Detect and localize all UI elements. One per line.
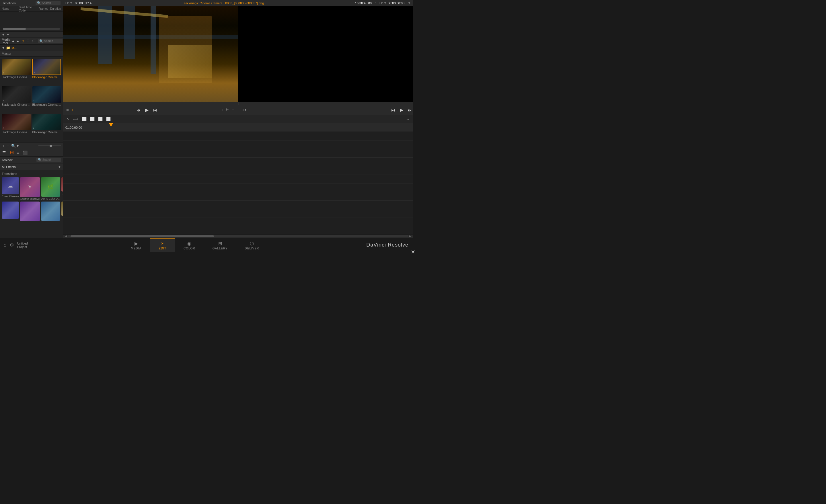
toolbox-header: Toolbox 🔍 [0, 156, 63, 164]
track-row-10 [63, 209, 413, 218]
tab-edit[interactable]: ✂ EDIT [150, 238, 175, 252]
tl-zoom-btn[interactable]: ↔ [405, 117, 411, 122]
bottom-nav: ⌂ ⚙ Untitled Project ▶ MEDIA ✂ EDIT ◉ CO… [0, 238, 413, 252]
music-note-5: ♪ [3, 126, 4, 129]
tab-gallery[interactable]: ⊞ GALLERY [204, 238, 236, 252]
mp-del-btn[interactable]: − [6, 144, 10, 148]
tl-select-tool[interactable]: ↖ [65, 117, 71, 122]
right-play-btn[interactable]: ▶ [399, 107, 404, 113]
mp-search[interactable]: 🔍 [38, 39, 63, 43]
folder-name[interactable]: M... [11, 46, 17, 50]
track-list2-icon[interactable]: ≡ [16, 150, 20, 156]
left-play-btn[interactable]: ▶ [144, 107, 150, 113]
effect-center-wipe[interactable]: ◷ Center Wipe [61, 177, 63, 200]
tab-deliver[interactable]: ⬡ DELIVER [236, 238, 268, 252]
tab-color[interactable]: ◉ COLOR [175, 238, 204, 252]
tab-media[interactable]: ▶ MEDIA [122, 238, 150, 252]
effect-dip-color[interactable]: 🌿 Dip To Color Di... [41, 177, 61, 200]
col-name-header: Name [2, 7, 18, 10]
music-note-2: ♪ [34, 71, 35, 74]
right-layout-btn[interactable]: ⊞▼ [241, 108, 248, 112]
timelines-search[interactable]: 🔍 [36, 1, 61, 5]
toolbox-filter-label[interactable]: All Effects [2, 165, 16, 169]
timelines-remove-btn[interactable]: − [6, 33, 10, 37]
mp-next-btn[interactable]: ▶ [16, 40, 19, 43]
tl-slide-tool[interactable]: ⬜ [97, 117, 104, 122]
clip-item-4[interactable]: ♪ Blackmagic Cinema ... [33, 86, 61, 112]
mp-add-btn[interactable]: + [2, 144, 5, 148]
toolbox-search-input[interactable] [43, 158, 60, 162]
left-timecode: 00:00:01:14 [75, 1, 92, 5]
left-end-btn[interactable]: ⊣ [231, 108, 235, 112]
clip-thumb-6: ♪ [33, 114, 61, 130]
tl-trim-tool[interactable]: ⟺ [72, 117, 80, 122]
right-fit-label[interactable]: Fit [379, 1, 382, 5]
left-viewer: ⊞ ▪ ⏮ ▶ ⏭ ⊡ ⊢ ⊣ [63, 6, 238, 115]
mp-list-view-btn[interactable]: ☰ [25, 39, 30, 43]
left-viewer-tc-display: Fit ▼ [65, 1, 72, 5]
home-btn[interactable]: ⌂ [3, 243, 6, 248]
left-menu-dots[interactable]: ⋮ [374, 1, 377, 5]
color-tab-label: COLOR [184, 247, 195, 250]
effect-row2-1[interactable]: ☀ [2, 201, 19, 222]
clip-item-3[interactable]: ♪ Blackmagic Cinema ... [2, 86, 31, 112]
effect-row2-3[interactable]: ☀ [41, 201, 61, 222]
mp-search2-btn[interactable]: 🔍▼ [11, 144, 20, 148]
bottom-nav-tabs: ▶ MEDIA ✂ EDIT ◉ COLOR ⊞ GALLERY ⬡ DELIV… [35, 238, 356, 252]
track-row-2 [63, 140, 413, 149]
clip-item-2[interactable]: ♪ Blackmagic Cinema ... [33, 59, 61, 84]
right-skip-fwd-btn[interactable]: ⏭ [407, 107, 413, 113]
tl-dynamic-tool[interactable]: ⬜ [105, 117, 112, 122]
edit-tab-label: EDIT [159, 247, 166, 250]
tl-scroll-left-arrow[interactable]: ◀ [64, 235, 68, 238]
mp-prev-btn[interactable]: ◀ [11, 40, 15, 43]
mp-search-input[interactable] [44, 40, 61, 43]
effect-name-dip: Dip To Color Di... [41, 197, 61, 200]
settings-btn[interactable]: ⚙ [10, 242, 14, 248]
timeline-playhead-line [111, 123, 111, 132]
left-skip-back-btn[interactable]: ⏮ [135, 107, 142, 113]
mp-grid-view-btn[interactable]: ⊞ [21, 39, 25, 43]
track-list-icon[interactable]: ☰ [2, 150, 7, 156]
effect-row2-2[interactable]: ☀ [20, 201, 40, 222]
track-box-icon[interactable]: ⬛ [22, 150, 28, 156]
clip-filename: Blackmagic Cinema Camera...0003_[000000-… [94, 1, 353, 5]
clip-item-5[interactable]: ♪ Blackmagic Cinema ... [2, 114, 31, 140]
effect-additive-dissolve[interactable]: ☀ Additive Dissolve [20, 177, 40, 200]
track-row-5 [63, 166, 413, 175]
track-row-7 [63, 184, 413, 192]
timelines-search-input[interactable] [42, 1, 59, 5]
effect-cross-dissolve[interactable]: ☁ Cross Dissolve [2, 177, 19, 200]
toolbox-search[interactable]: 🔍 [37, 158, 61, 162]
left-in-out-btn[interactable]: ⊞ [65, 108, 70, 112]
left-match-btn[interactable]: ⊡ [220, 108, 224, 112]
timelines-scrollbar[interactable] [3, 28, 60, 30]
toolbox-filter: All Effects ▼ [0, 164, 63, 170]
tl-razor-tool[interactable]: ⬜ [81, 117, 88, 122]
clip-name-1: Blackmagic Cinema ... [2, 76, 31, 79]
effect-thumb-cross: ☁ [2, 177, 19, 194]
effect-name-center: Center Wipe [61, 192, 63, 195]
mp-search-icon: 🔍 [39, 39, 43, 43]
clip-item-6[interactable]: ♪ Blackmagic Cinema ... [33, 114, 61, 140]
tl-slip-tool[interactable]: ⬜ [89, 117, 96, 122]
col-dur-header: Duration [50, 7, 61, 10]
timeline-tracks [63, 132, 413, 234]
effect-row2-4[interactable]: ☀ [61, 201, 63, 222]
left-next-btn[interactable]: ⊢ [225, 108, 230, 112]
right-viewer-timebar [238, 102, 413, 105]
mp-size-slider[interactable] [38, 145, 61, 146]
left-vc-left-tools: ⊞ ▪ [63, 108, 74, 112]
left-skip-fwd-btn[interactable]: ⏭ [152, 107, 158, 113]
tree-arrow: ▼ [2, 46, 5, 50]
mp-sort-btn[interactable]: ↕☰ [31, 39, 37, 43]
clip-item-1[interactable]: ♪ Blackmagic Cinema ... [2, 59, 31, 84]
timelines-add-btn[interactable]: + [2, 33, 5, 37]
left-viewer-controls: ⊞ ▪ ⏮ ▶ ⏭ ⊡ ⊢ ⊣ [63, 105, 238, 115]
track-film-icon[interactable]: 🎞 [9, 150, 14, 156]
tl-scroll-track[interactable] [68, 235, 408, 237]
left-clip-btn[interactable]: ▪ [71, 108, 74, 112]
right-skip-back-btn[interactable]: ⏮ [390, 107, 396, 113]
left-fit-label[interactable]: Fit [65, 1, 68, 5]
tl-scroll-right-arrow[interactable]: ▶ [408, 235, 412, 238]
